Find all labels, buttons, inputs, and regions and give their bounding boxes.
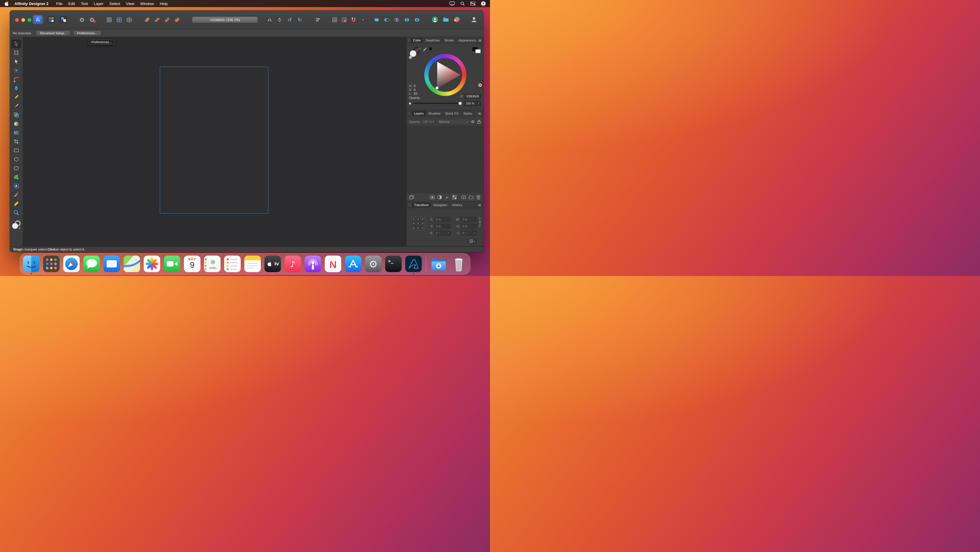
transform-input-h[interactable]: 0 in — [461, 224, 477, 229]
pixel-grid-icon[interactable] — [331, 16, 338, 23]
dock-safari[interactable] — [63, 255, 80, 272]
chevron-down-icon[interactable]: ▾ — [360, 16, 367, 23]
node-tool[interactable] — [11, 57, 21, 66]
canvas[interactable]: Preferences... — [23, 37, 406, 246]
dock-calendar[interactable]: NOV9 — [184, 255, 200, 272]
zoom-button[interactable] — [27, 18, 31, 22]
dock-app-store[interactable] — [345, 255, 361, 272]
dock-notes[interactable] — [244, 255, 261, 272]
dock-news[interactable]: N — [325, 255, 342, 272]
boolean-subtract-icon[interactable] — [383, 16, 390, 23]
dock-podcasts[interactable] — [305, 255, 321, 272]
flip-vertical-icon[interactable] — [276, 16, 283, 23]
account-icon[interactable] — [470, 16, 478, 23]
transform-input-x[interactable]: 0 in — [434, 217, 450, 222]
rectangle-tool[interactable] — [11, 146, 21, 155]
dock-terminal[interactable]: >_ — [385, 255, 402, 272]
dock-photos[interactable] — [144, 255, 161, 272]
shape-tool[interactable] — [11, 173, 21, 182]
tab-quick-fx[interactable]: Quick FX — [443, 111, 460, 116]
tab-stroke[interactable]: Stroke — [442, 38, 456, 43]
opacity-slider[interactable] — [413, 103, 461, 104]
sl-indicator[interactable] — [436, 86, 439, 89]
user-avatar[interactable] — [481, 1, 486, 6]
transform-origin-button[interactable]: ▾ — [468, 239, 476, 244]
move-to-back-icon[interactable] — [174, 16, 181, 23]
opacity-value-select[interactable]: 100 %▾ — [464, 101, 481, 106]
dock-trash[interactable] — [451, 255, 467, 272]
dock-downloads[interactable] — [431, 255, 447, 272]
fill-stroke-selector[interactable] — [11, 220, 21, 231]
panel-menu-icon[interactable]: ≡ — [478, 38, 482, 42]
apple-menu[interactable] — [4, 1, 9, 6]
bw-swatches-icon[interactable] — [472, 47, 481, 55]
dock-tv[interactable]: tv — [264, 255, 281, 272]
anchor-selector[interactable] — [411, 217, 425, 231]
measure-tool[interactable] — [11, 199, 21, 208]
hex-value[interactable]: EBEBEB — [465, 94, 481, 99]
pencil-tool[interactable] — [11, 93, 21, 102]
link-dimensions-icon[interactable] — [477, 217, 481, 228]
menu-help[interactable]: Help — [157, 2, 171, 6]
transparency-tool[interactable] — [11, 128, 21, 137]
menu-layer[interactable]: Layer — [91, 2, 107, 6]
layer-opacity-select[interactable]: 100 %▾ — [423, 120, 434, 123]
add-layer-icon[interactable] — [461, 195, 466, 200]
crop-tool[interactable] — [11, 137, 21, 146]
rounded-rectangle-tool[interactable] — [11, 164, 21, 173]
color-wheel[interactable] — [424, 54, 466, 96]
boolean-intersect-icon[interactable] — [393, 16, 400, 23]
ellipse-tool[interactable] — [11, 155, 21, 164]
tab-swatches[interactable]: Swatches — [423, 38, 442, 43]
dock-reminders[interactable] — [224, 255, 241, 272]
move-tool[interactable] — [11, 39, 21, 48]
layer-settings-icon[interactable]: ⚙ — [471, 120, 475, 124]
export-persona-icon[interactable] — [59, 15, 68, 24]
artboard-tool[interactable] — [11, 48, 21, 57]
boolean-xor-icon[interactable] — [414, 16, 420, 23]
rotate-cw-icon[interactable]: ↻ — [296, 16, 303, 23]
shape-builder-tool[interactable] — [11, 110, 21, 119]
tab-appearance[interactable]: Appearance — [457, 38, 478, 43]
tab-history[interactable]: History — [450, 203, 464, 207]
magnet-icon[interactable] — [350, 16, 357, 23]
hue-indicator[interactable] — [479, 83, 482, 87]
document-page[interactable] — [160, 67, 268, 214]
fill-tool[interactable] — [11, 119, 21, 128]
panel-menu-icon[interactable]: ≡ — [478, 111, 481, 115]
close-button[interactable] — [15, 18, 19, 22]
menu-view[interactable]: View — [123, 2, 137, 6]
menu-window[interactable]: Window — [137, 2, 157, 6]
tab-color[interactable]: Color — [411, 38, 423, 43]
vector-brush-tool[interactable] — [11, 102, 21, 110]
document-title[interactable]: <Untitled> (156.1%) — [192, 17, 258, 23]
point-transform-tool[interactable] — [11, 66, 21, 75]
dock-mail[interactable] — [103, 255, 120, 272]
add-group-icon[interactable] — [468, 195, 474, 200]
force-pixel-alignment-icon[interactable] — [340, 16, 348, 23]
menu-file[interactable]: File — [53, 2, 65, 6]
boolean-divide-icon[interactable] — [403, 16, 410, 23]
tab-layers[interactable]: Layers — [412, 111, 426, 116]
adjustment-layer-icon[interactable] — [437, 195, 442, 200]
dock-music[interactable]: ♪ — [285, 255, 301, 272]
color-picker-tool[interactable] — [11, 190, 21, 199]
minimize-button[interactable] — [21, 18, 25, 22]
alignment-icon[interactable] — [315, 16, 321, 23]
people-icon[interactable] — [431, 16, 439, 23]
grid-icon[interactable] — [106, 16, 113, 23]
folder-icon[interactable] — [442, 16, 450, 23]
panel-menu-icon[interactable]: ≡ — [478, 203, 481, 207]
app-menu-title[interactable]: Affinity Designer 2 — [12, 2, 51, 6]
lock-icon[interactable] — [477, 119, 481, 124]
rotate-ccw-icon[interactable]: ↺ — [286, 16, 293, 23]
tab-navigator[interactable]: Navigator — [431, 203, 449, 207]
pattern-layer-icon[interactable] — [452, 195, 457, 200]
transform-input-s[interactable]: 0 °▾ — [461, 231, 477, 235]
menu-edit[interactable]: Edit — [65, 2, 78, 6]
zoom-tool[interactable] — [11, 208, 21, 217]
pen-tool[interactable] — [11, 84, 21, 93]
control-center-icon[interactable] — [470, 2, 476, 6]
move-forward-icon[interactable] — [154, 16, 161, 23]
spotlight-icon[interactable] — [460, 1, 465, 6]
